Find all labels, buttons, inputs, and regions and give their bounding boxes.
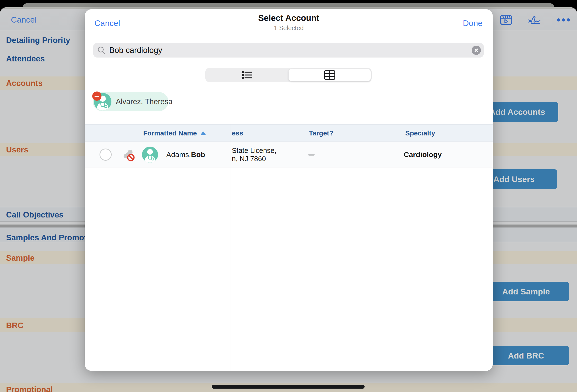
background-cancel-button[interactable]: Cancel bbox=[11, 15, 37, 25]
view-toggle bbox=[205, 68, 372, 82]
address-line-2: n, NJ 7860 bbox=[232, 155, 277, 163]
modal-done-button[interactable]: Done bbox=[463, 18, 483, 28]
sidebar-item-sample: Sample bbox=[6, 253, 35, 263]
search-icon bbox=[97, 46, 106, 55]
remove-chip-icon[interactable] bbox=[92, 92, 102, 101]
table-header: Formatted Name ess Target? Specialty bbox=[85, 124, 493, 142]
more-icon[interactable] bbox=[557, 18, 570, 22]
sort-ascending-icon bbox=[200, 131, 206, 135]
column-specialty[interactable]: Specialty bbox=[405, 125, 435, 142]
specialty-label: Specialty bbox=[405, 129, 435, 137]
selected-account-chip[interactable]: Alvarez, Theresa bbox=[93, 92, 169, 111]
search-field[interactable] bbox=[93, 43, 484, 58]
table-view-icon bbox=[324, 70, 335, 80]
add-users-label: Add Users bbox=[493, 175, 535, 184]
toolbar-icons bbox=[500, 9, 570, 30]
first-name: Bob bbox=[191, 150, 205, 159]
column-target[interactable]: Target? bbox=[309, 125, 333, 142]
address-label: ess bbox=[232, 129, 243, 137]
sidebar-item-accounts: Accounts bbox=[6, 79, 42, 88]
selected-account-name: Alvarez, Theresa bbox=[116, 92, 173, 111]
account-specialty: Cardiology bbox=[404, 142, 442, 168]
add-accounts-label: Add Accounts bbox=[489, 107, 545, 117]
account-address: State License, n, NJ 7860 bbox=[232, 142, 277, 168]
sidebar-item-detailing-priority: Detailing Priority bbox=[6, 36, 70, 45]
sidebar-item-samples-and-promotions: Samples And Promotio bbox=[6, 233, 85, 242]
frozen-column-divider[interactable] bbox=[231, 124, 231, 371]
add-sample-button[interactable]: Add Sample bbox=[483, 282, 569, 301]
account-formatted-name: Adams, Bob bbox=[166, 142, 205, 168]
search-input[interactable] bbox=[109, 46, 472, 55]
screen: Cancel bbox=[0, 0, 577, 392]
list-view-icon bbox=[242, 70, 253, 80]
add-sample-label: Add Sample bbox=[502, 287, 550, 296]
address-line-1: State License, bbox=[232, 146, 277, 155]
sidebar-item-users: Users bbox=[6, 145, 28, 154]
media-presentation-icon[interactable] bbox=[500, 14, 512, 26]
target-empty-dash bbox=[308, 154, 315, 156]
home-indicator[interactable] bbox=[212, 385, 365, 389]
list-view-segment[interactable] bbox=[206, 69, 288, 81]
last-name: Adams, bbox=[166, 150, 191, 159]
selected-count: 1 Selected bbox=[85, 24, 493, 32]
sidebar-item-promotional: Promotional bbox=[6, 385, 53, 392]
signature-icon[interactable] bbox=[528, 14, 541, 26]
target-label: Target? bbox=[309, 129, 333, 137]
doctor-avatar bbox=[142, 147, 158, 163]
page-top-edge bbox=[0, 7, 577, 9]
clear-search-icon[interactable] bbox=[472, 46, 481, 55]
add-brc-label: Add BRC bbox=[508, 351, 544, 360]
sidebar-item-brc: BRC bbox=[6, 321, 24, 330]
row-select-radio[interactable] bbox=[100, 148, 112, 161]
table-view-segment[interactable] bbox=[288, 69, 371, 81]
sidebar-item-attendees: Attendees bbox=[6, 54, 45, 63]
column-address[interactable]: ess bbox=[232, 125, 243, 142]
formatted-name-label: Formatted Name bbox=[143, 129, 197, 137]
account-row[interactable]: Adams, Bob State License, n, NJ 7860 Car… bbox=[85, 142, 493, 168]
column-formatted-name[interactable]: Formatted Name bbox=[143, 125, 206, 142]
no-samples-icon bbox=[122, 148, 136, 162]
select-account-modal: Cancel Select Account 1 Selected Done bbox=[85, 9, 493, 371]
modal-title: Select Account bbox=[85, 13, 493, 23]
add-brc-button[interactable]: Add BRC bbox=[483, 346, 569, 365]
sidebar-item-call-objectives: Call Objectives bbox=[6, 210, 64, 219]
